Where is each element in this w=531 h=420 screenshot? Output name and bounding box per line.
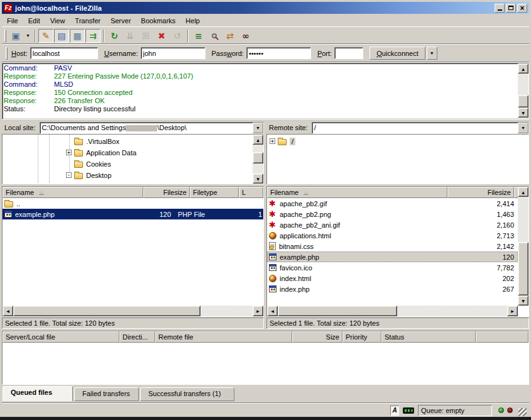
menu-edit[interactable]: Edit	[23, 16, 45, 26]
file-row[interactable]: ✱ apache_pb2_ani.gif 2,160	[267, 219, 518, 230]
directory-comparison-button[interactable]	[207, 29, 222, 43]
column-header-filename[interactable]: Filename	[3, 187, 143, 198]
site-manager-button[interactable]: ▣	[8, 29, 23, 43]
menu-view[interactable]: View	[45, 16, 70, 26]
refresh-button[interactable]: ↻	[107, 29, 122, 43]
host-input[interactable]	[30, 47, 98, 59]
file-row[interactable]: applications.html 2,713	[267, 230, 518, 241]
cancel-operation-button[interactable]: ☒	[138, 29, 153, 43]
column-header-filetype[interactable]: Filetype	[190, 187, 239, 198]
quickconnect-grip[interactable]	[6, 47, 8, 60]
menu-server[interactable]: Server	[106, 16, 136, 26]
file-row[interactable]: favicon.ico 7,782	[267, 262, 518, 273]
local-tree-scrollbar[interactable]: ▲ ▼	[253, 135, 263, 184]
file-row[interactable]: index.html 202	[267, 273, 518, 284]
disconnect-button[interactable]: ✖	[154, 29, 169, 43]
site-manager-dropdown-button[interactable]: ▼	[24, 29, 32, 43]
tab-queued-files[interactable]: Queued files	[3, 386, 73, 401]
column-header-server-local-file[interactable]: Server/Local file	[3, 331, 119, 343]
speed-limit-icon[interactable]	[403, 407, 414, 414]
toggle-log-button[interactable]: ✎	[38, 29, 53, 43]
scroll-right-button[interactable]: ▶	[507, 306, 518, 316]
scroll-down-button[interactable]: ▼	[518, 108, 528, 118]
tree-item-cookies[interactable]: Cookies	[66, 158, 111, 169]
tree-item-application-data[interactable]: + Application Data	[66, 147, 136, 158]
scroll-thumb[interactable]	[518, 242, 528, 296]
file-row-example-php[interactable]: example.php 120 PHP File 1	[3, 209, 263, 219]
scroll-left-button[interactable]: ◀	[3, 306, 13, 316]
menu-file[interactable]: File	[2, 16, 23, 26]
filter-button[interactable]: ≡	[191, 29, 206, 43]
scroll-thumb[interactable]	[253, 152, 263, 163]
column-header-status[interactable]: Status	[381, 331, 476, 343]
quickconnect-dropdown-button[interactable]: ▼	[427, 47, 437, 60]
file-row[interactable]: ✱ apache_pb2.gif 2,414	[267, 198, 518, 209]
close-button[interactable]: ×	[517, 4, 527, 13]
title-bar[interactable]: Fz john@localhost - FileZilla ×	[2, 2, 529, 14]
local-site-combobox[interactable]: C:\Documents and Settings\Desktop\ ▼	[40, 122, 264, 134]
scroll-thumb[interactable]	[518, 95, 528, 108]
local-list-hscrollbar[interactable]: ◀ ▶	[3, 306, 263, 316]
expand-plus-icon[interactable]: +	[270, 138, 275, 144]
find-files-button[interactable]: ∞	[238, 29, 253, 43]
toolbar-grip[interactable]	[4, 30, 6, 42]
scroll-down-button[interactable]: ▼	[253, 174, 263, 184]
password-input[interactable]	[246, 47, 311, 59]
scroll-down-button[interactable]: ▼	[518, 296, 528, 306]
menu-transfer[interactable]: Transfer	[70, 16, 106, 26]
resize-grip[interactable]	[518, 408, 527, 416]
synchronized-browsing-button[interactable]: ⇄	[222, 29, 238, 43]
toggle-remote-tree-button[interactable]: ▦	[70, 29, 85, 43]
reconnect-button[interactable]: ↺	[170, 29, 185, 43]
expand-plus-icon[interactable]: +	[66, 150, 72, 155]
menu-help[interactable]: Help	[180, 16, 205, 26]
column-header-size[interactable]: Size	[292, 331, 342, 343]
file-row[interactable]: index.php 267	[267, 284, 518, 294]
scroll-up-button[interactable]: ▲	[518, 187, 528, 197]
firefox-html-icon	[269, 275, 276, 282]
minimize-button[interactable]	[495, 4, 505, 13]
column-header-last-modified[interactable]: L	[239, 187, 263, 198]
remote-list-vscrollbar[interactable]: ▲ ▼	[518, 187, 528, 306]
column-header-direction[interactable]: Directi...	[119, 331, 155, 343]
remote-site-combobox[interactable]: / ▼	[312, 122, 529, 134]
remote-list-hscrollbar[interactable]: ◀ ▶	[267, 306, 518, 316]
tree-item-desktop[interactable]: - Desktop	[66, 170, 111, 180]
scroll-left-button[interactable]: ◀	[267, 306, 278, 316]
username-input[interactable]	[141, 47, 205, 59]
scroll-track[interactable]	[397, 306, 507, 316]
process-queue-icon: ⇊	[126, 31, 134, 41]
maximize-button[interactable]	[506, 4, 516, 13]
scroll-right-button[interactable]: ▶	[253, 306, 263, 316]
tab-failed-transfers[interactable]: Failed transfers	[74, 387, 139, 401]
file-row-parent-dir[interactable]: ..	[3, 198, 263, 209]
scroll-up-button[interactable]: ▲	[253, 135, 263, 145]
column-header-filesize[interactable]: Filesize	[143, 187, 190, 198]
file-row[interactable]: ✱ apache_pb2.png 1,463	[267, 209, 518, 219]
scroll-thumb[interactable]	[278, 306, 397, 316]
column-header-filesize[interactable]: Filesize	[447, 187, 514, 198]
scroll-up-button[interactable]: ▲	[518, 64, 528, 74]
file-row-example-php[interactable]: example.php 120	[267, 251, 518, 262]
column-header-remote-file[interactable]: Remote file	[155, 331, 292, 343]
scroll-track[interactable]	[200, 306, 253, 316]
process-queue-button[interactable]: ⇊	[123, 29, 138, 43]
column-header-filename[interactable]: Filename	[267, 187, 447, 198]
remote-site-dropdown-button[interactable]: ▼	[518, 123, 528, 133]
menu-bookmarks[interactable]: Bookmarks	[136, 16, 180, 26]
local-directory-tree: .VirtualBox + Application Data Cookies -…	[2, 134, 264, 184]
local-site-dropdown-button[interactable]: ▼	[253, 123, 263, 133]
port-input[interactable]	[334, 47, 363, 59]
tree-item-virtualbox[interactable]: .VirtualBox	[66, 136, 119, 146]
collapse-minus-icon[interactable]: -	[66, 172, 72, 178]
toggle-queue-button[interactable]: ⇉	[85, 29, 101, 43]
column-header-priority[interactable]: Priority	[342, 331, 381, 343]
quickconnect-button[interactable]: Quickconnect	[370, 47, 425, 60]
file-row[interactable]: bitnami.css 2,142	[267, 241, 518, 251]
scroll-thumb[interactable]	[13, 306, 200, 316]
tree-item-root[interactable]: + /	[270, 136, 295, 146]
log-scrollbar[interactable]: ▲ ▼	[518, 64, 528, 118]
tab-successful-transfers[interactable]: Successful transfers (1)	[140, 387, 234, 401]
toggle-local-tree-button[interactable]: ▤	[54, 29, 69, 43]
menu-bar: File Edit View Transfer Server Bookmarks…	[2, 14, 529, 27]
